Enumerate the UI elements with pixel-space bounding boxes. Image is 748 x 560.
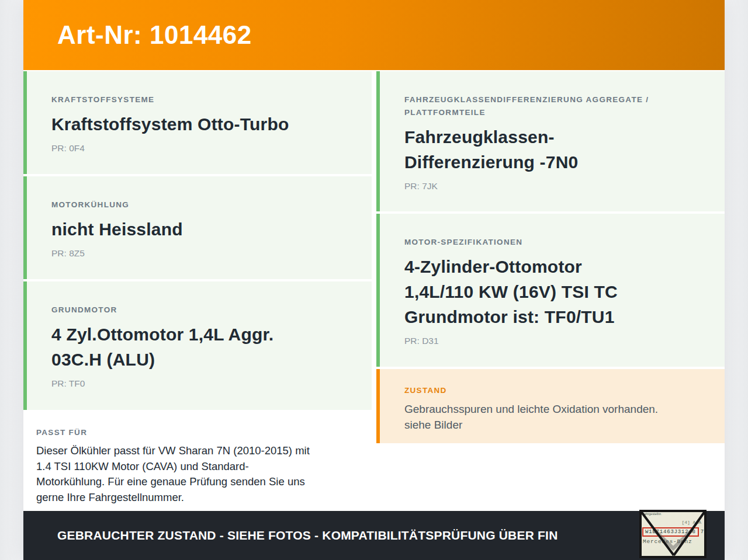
pr-code: PR: 0F4 — [51, 143, 348, 154]
fitment-card-label: PASST FÜR — [36, 426, 348, 439]
spec-columns: KRAFTSTOFFSYSTEME Kraftstoffsystem Otto-… — [23, 70, 725, 511]
spec-card-label: MOTORKÜHLUNG — [51, 199, 348, 211]
envelope-icon — [639, 510, 707, 558]
spec-card-kraftstoffsysteme: KRAFTSTOFFSYSTEME Kraftstoffsystem Otto-… — [23, 71, 372, 174]
spec-card-motor-spezifikationen: MOTOR-SPEZIFIKATIONEN 4-Zylinder-Ottomot… — [376, 214, 725, 367]
pr-code: PR: 7JK — [404, 181, 701, 192]
spec-card-fahrzeugklassen: FAHRZEUGKLASSENDIFFERENZIERUNG AGGREGATE… — [376, 71, 725, 211]
footer-banner: GEBRAUCHTER ZUSTAND - SIEHE FOTOS - KOMP… — [23, 511, 725, 560]
spec-card-label: KRAFTSTOFFSYSTEME — [51, 93, 348, 106]
fitment-text: Dieser Ölkühler passt für VW Sharan 7N (… — [36, 443, 348, 505]
condition-card: ZUSTAND Gebrauchsspuren und leichte Oxid… — [376, 369, 725, 443]
footer-notice-text: GEBRAUCHTER ZUSTAND - SIEHE FOTOS - KOMP… — [57, 528, 558, 542]
article-number-header: Art-Nr: 1014462 — [23, 0, 725, 70]
spec-card-motorkuehlung: MOTORKÜHLUNG nicht Heissland PR: 8Z5 — [23, 176, 372, 279]
fitment-card: PASST FÜR Dieser Ölkühler passt für VW S… — [23, 412, 372, 516]
pr-code: PR: D31 — [404, 336, 701, 346]
left-column: KRAFTSTOFFSYSTEME Kraftstoffsystem Otto-… — [23, 71, 372, 511]
spec-card-grundmotor: GRUNDMOTOR 4 Zyl.Ottomotor 1,4L Aggr. 03… — [23, 281, 372, 410]
condition-card-label: ZUSTAND — [404, 384, 701, 397]
listing-card: Art-Nr: 1014462 KRAFTSTOFFSYSTEME Krafts… — [23, 0, 725, 560]
pr-code: PR: TF0 — [51, 378, 348, 389]
fin-document-stamp: Fahrgestellnr. [4] AiA W1B71463J31248 7 … — [639, 510, 707, 558]
page: Art-Nr: 1014462 KRAFTSTOFFSYSTEME Krafts… — [0, 0, 748, 560]
spec-card-title: Fahrzeugklassen- Differenzierung -7N0 — [404, 124, 701, 175]
spec-card-title: nicht Heissland — [51, 217, 348, 242]
article-number-title: Art-Nr: 1014462 — [57, 20, 252, 50]
spec-card-label: FAHRZEUGKLASSENDIFFERENZIERUNG AGGREGATE… — [404, 93, 701, 119]
spec-card-label: MOTOR-SPEZIFIKATIONEN — [404, 236, 701, 249]
spec-card-label: GRUNDMOTOR — [51, 304, 348, 316]
condition-text: Gebrauchsspuren und leichte Oxidation vo… — [404, 401, 701, 433]
right-column: FAHRZEUGKLASSENDIFFERENZIERUNG AGGREGATE… — [376, 71, 725, 511]
spec-card-title: 4 Zyl.Ottomotor 1,4L Aggr. 03C.H (ALU) — [51, 322, 348, 372]
pr-code: PR: 8Z5 — [51, 248, 348, 259]
spec-card-title: Kraftstoffsystem Otto-Turbo — [51, 112, 348, 137]
spec-card-title: 4-Zylinder-Ottomotor 1,4L/110 KW (16V) T… — [404, 254, 701, 329]
